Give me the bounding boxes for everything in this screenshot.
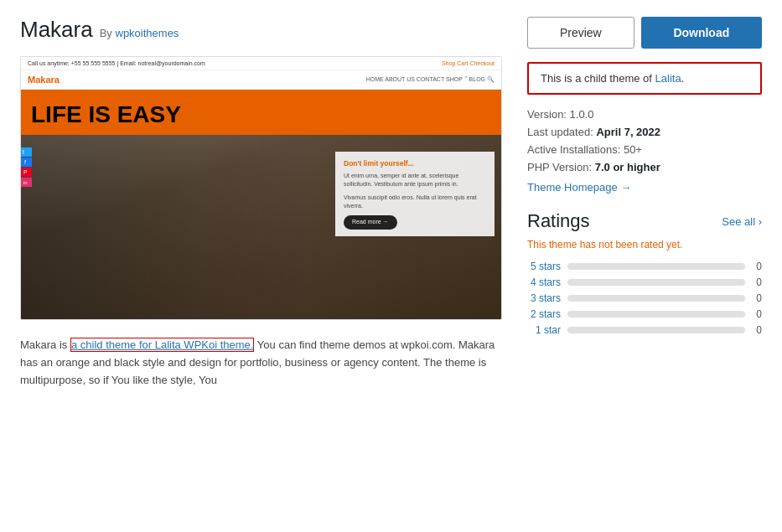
lalita-link[interactable]: Lalita <box>655 72 681 85</box>
meta-section: Version: 1.0.0 Last updated: April 7, 20… <box>527 108 762 194</box>
see-all-link[interactable]: See all › <box>722 215 762 228</box>
instagram-icon: in <box>21 178 32 187</box>
star-label-2[interactable]: 2 stars <box>527 308 561 320</box>
author-link[interactable]: wpkoithemes <box>116 27 179 39</box>
star-label-4[interactable]: 4 stars <box>527 276 561 288</box>
star-bar-bg-4 <box>567 279 745 286</box>
star-label-3[interactable]: 3 stars <box>527 292 561 304</box>
ratings-section: Ratings See all › This theme has not bee… <box>527 210 762 336</box>
star-row-3: 3 stars 0 <box>527 292 762 304</box>
star-bar-bg-2 <box>567 311 745 318</box>
svg-text:P: P <box>23 169 28 175</box>
description: Makara is a child theme for Lalita WPKoi… <box>20 337 502 389</box>
social-strip: t f P in <box>21 147 32 188</box>
star-row-2: 2 stars 0 <box>527 308 762 320</box>
left-column: Makara By wpkoithemes Call us anytime: +… <box>20 17 502 389</box>
theme-title: Makara <box>20 17 93 43</box>
mock-navbar: Makara HOME ABOUT US CONTACT SHOP ˅ BLOG… <box>21 70 501 90</box>
meta-installs: Active Installations: 50+ <box>527 143 762 156</box>
preview-button[interactable]: Preview <box>527 17 634 49</box>
svg-text:in: in <box>23 180 28 185</box>
pinterest-icon: P <box>21 168 32 177</box>
star-count-4: 0 <box>752 276 762 288</box>
theme-title-row: Makara By wpkoithemes <box>20 17 502 43</box>
star-label-1[interactable]: 1 star <box>527 324 561 336</box>
theme-preview: Call us anytime: +55 55 555 5555 | Email… <box>20 56 502 320</box>
mock-photo: t f P in <box>21 135 501 319</box>
star-row-4: 4 stars 0 <box>527 276 762 288</box>
star-bar-bg-3 <box>567 295 745 302</box>
star-row-1: 1 star 0 <box>527 324 762 336</box>
svg-rect-2 <box>21 158 32 167</box>
mock-site: Call us anytime: +55 55 555 5555 | Email… <box>21 57 501 319</box>
not-rated-text: This theme has not been rated yet. <box>527 239 762 251</box>
read-more-btn: Read more → <box>344 215 397 230</box>
meta-version: Version: 1.0.0 <box>527 108 762 121</box>
svg-text:f: f <box>24 159 26 165</box>
meta-php: PHP Version: 7.0 or higher <box>527 161 762 173</box>
star-bar-bg-1 <box>567 327 745 333</box>
child-theme-link[interactable]: a child theme for Lalita WPKoi theme. <box>70 338 255 352</box>
ratings-header: Ratings See all › <box>527 210 762 232</box>
star-row-5: 5 stars 0 <box>527 261 762 272</box>
meta-updated: Last updated: April 7, 2022 <box>527 126 762 138</box>
star-rows: 5 stars 0 4 stars 0 3 stars 0 2 stars 0 <box>527 261 762 336</box>
theme-author: By wpkoithemes <box>100 27 179 39</box>
facebook-icon: f <box>21 158 32 167</box>
ratings-title: Ratings <box>527 210 590 232</box>
mock-hero: LIFE IS EASY <box>21 90 501 135</box>
action-buttons: Preview Download <box>527 17 762 49</box>
theme-homepage-link[interactable]: Theme Homepage → <box>527 181 631 194</box>
star-bar-bg-5 <box>567 263 745 270</box>
svg-text:t: t <box>23 149 24 155</box>
right-column: Preview Download This is a child theme o… <box>527 17 762 389</box>
star-count-3: 0 <box>752 292 762 304</box>
twitter-icon: t <box>21 147 32 157</box>
star-count-1: 0 <box>752 324 762 336</box>
star-count-5: 0 <box>752 261 762 272</box>
download-button[interactable]: Download <box>641 17 762 49</box>
star-label-5[interactable]: 5 stars <box>527 261 561 272</box>
star-count-2: 0 <box>752 308 762 320</box>
mock-topbar: Call us anytime: +55 55 555 5555 | Email… <box>21 57 501 70</box>
overlay-card: Don't limit yourself... Ut enim urna, se… <box>335 152 495 236</box>
child-theme-notice: This is a child theme of Lalita. <box>527 62 762 95</box>
